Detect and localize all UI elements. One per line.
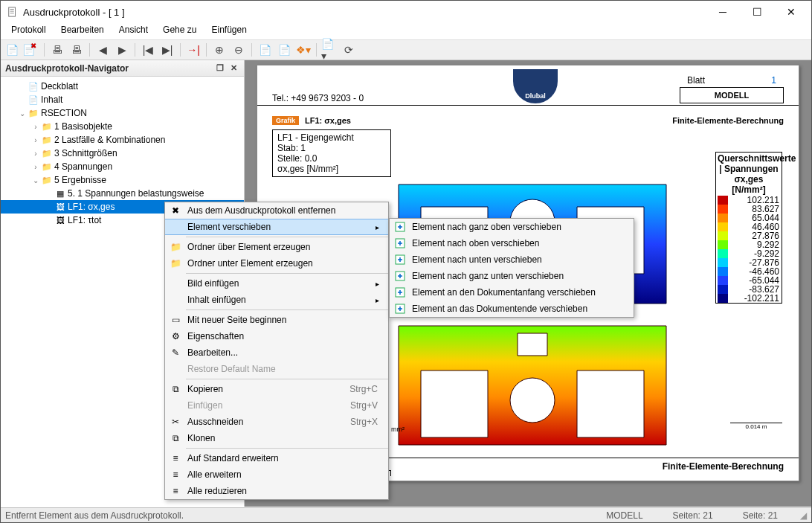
minimize-button[interactable]: ─ <box>706 1 740 23</box>
menu-ansicht[interactable]: Ansicht <box>112 23 155 39</box>
resize-grip-icon[interactable]: ◢ <box>800 510 807 521</box>
menu-item[interactable]: 📁Ordner unter Element erzeugen <box>165 255 388 272</box>
tree-item[interactable]: ›📁2 Lastfälle & Kombinationen <box>1 133 244 147</box>
tree-item-label: LF1: τtot <box>68 215 101 225</box>
tree-item-label: 1 Basisobjekte <box>54 121 112 132</box>
menu-item-label: Ordner unter Element erzeugen <box>186 258 382 269</box>
menu-item-icon: 📁 <box>165 258 186 269</box>
nav-prev-icon[interactable]: ◀ <box>94 42 111 58</box>
maximize-button[interactable]: ☐ <box>740 1 774 23</box>
status-bar: Entfernt Element aus dem Ausdruckprotoko… <box>1 507 811 522</box>
menu-item[interactable]: ✎Bearbeiten... <box>165 344 388 361</box>
tree-item[interactable]: ⌄📁RSECTION <box>1 106 244 120</box>
submenu-item[interactable]: Element nach ganz unten verschieben <box>390 268 634 284</box>
tree-item[interactable]: ▦5. 1 Spannungen belastungsweise <box>1 187 244 200</box>
new-icon[interactable]: 📄 <box>4 42 20 58</box>
tree-item-label: 2 Lastfälle & Kombinationen <box>54 135 165 145</box>
goto-icon[interactable]: →| <box>185 42 202 58</box>
menu-gehezu[interactable]: Gehe zu <box>155 23 204 39</box>
svg-rect-0 <box>9 7 16 16</box>
submenu-item[interactable]: Element nach unten verschieben <box>390 251 634 268</box>
tree-item[interactable]: 📄Inhalt <box>1 93 244 106</box>
menu-item[interactable]: ⧉Klonen <box>165 430 388 446</box>
export-rtf-icon[interactable]: 📄 <box>276 42 292 58</box>
delete-icon[interactable]: 📄✖ <box>23 42 39 58</box>
menu-item-icon: ✂ <box>165 417 186 427</box>
submenu-item[interactable]: Element nach ganz oben verschieben <box>390 219 634 235</box>
panel-restore-icon[interactable]: ❐ <box>214 62 226 74</box>
tree-item[interactable]: 📄Deckblatt <box>1 80 244 93</box>
menu-bearbeiten[interactable]: Bearbeiten <box>54 23 112 39</box>
menu-item[interactable]: Bild einfügen▸ <box>165 275 388 292</box>
nav-last-icon[interactable]: ▶| <box>159 42 175 58</box>
context-menu[interactable]: ✖Aus dem Ausdruckprotokoll entfernenElem… <box>164 202 389 500</box>
tree-item-label: 3 Schnittgrößen <box>54 148 117 158</box>
lf-label: LF1: σx,ges <box>305 116 351 125</box>
menubar: Protokoll Bearbeiten Ansicht Gehe zu Ein… <box>1 23 811 39</box>
scale-bar: 0.014 m <box>730 423 782 430</box>
menu-item[interactable]: Element verschieben▸ <box>165 219 388 235</box>
nav-next-icon[interactable]: ▶ <box>114 42 130 58</box>
menu-item[interactable]: ✂AusschneidenStrg+X <box>165 414 388 430</box>
menu-item-label: Ordner über Element erzeugen <box>186 242 382 252</box>
menu-protokoll[interactable]: Protokoll <box>4 23 54 39</box>
export-pdf-icon[interactable]: 📄 <box>257 42 273 58</box>
print-setup-icon[interactable]: 🖶 <box>68 42 85 58</box>
print-icon[interactable]: 🖶 <box>49 42 65 58</box>
move-icon <box>390 304 410 314</box>
zoom-in-icon[interactable]: ⊕ <box>211 42 228 58</box>
grafik-tag: Grafik <box>272 116 299 125</box>
context-submenu[interactable]: Element nach ganz oben verschiebenElemen… <box>389 218 634 318</box>
navigator-title: Ausdruckprotokoll-Navigator <box>5 63 129 74</box>
tree-item[interactable]: ›📁1 Basisobjekte <box>1 120 244 133</box>
menu-item[interactable]: ⧉KopierenStrg+C <box>165 381 388 397</box>
refresh-icon[interactable]: ⟳ <box>341 42 357 58</box>
nav-first-icon[interactable]: |◀ <box>140 42 156 58</box>
menu-item[interactable]: 📁Ordner über Element erzeugen <box>165 239 388 255</box>
menu-item-label: Auf Standard erweitern <box>186 453 382 463</box>
menu-item-icon: ≡ <box>165 486 186 496</box>
submenu-item[interactable]: Element nach oben verschieben <box>390 235 634 251</box>
status-modell: MODELL <box>606 510 642 521</box>
move-icon <box>390 238 410 248</box>
move-icon <box>390 254 410 265</box>
menu-item[interactable]: Inhalt einfügen▸ <box>165 292 388 308</box>
sigma-unit: mm² <box>391 426 405 433</box>
menu-item-icon: ✎ <box>165 347 186 358</box>
menu-item[interactable]: ≡Alle reduzieren <box>165 483 388 499</box>
menu-item-label: Mit neuer Seite beginnen <box>186 315 382 325</box>
menu-item[interactable]: ▭Mit neuer Seite beginnen <box>165 312 388 328</box>
zoom-out-icon[interactable]: ⊖ <box>231 42 247 58</box>
move-icon <box>390 222 410 232</box>
tree-item[interactable]: ⌄📁5 Ergebnisse <box>1 173 244 187</box>
submenu-item[interactable]: Element an den Dokumentanfang verschiebe… <box>390 284 634 301</box>
menu-item[interactable]: ✖Aus dem Ausdruckprotokoll entfernen <box>165 202 388 219</box>
color-legend: Querschnittswerte | Spannungen σx,ges [N… <box>715 152 782 304</box>
info-line: LF1 - Eigengewicht <box>277 132 386 143</box>
submenu-item-label: Element an den Dokumentanfang verschiebe… <box>410 287 628 298</box>
menu-item-label: Alle reduzieren <box>186 486 382 496</box>
menu-item[interactable]: ≡Auf Standard erweitern <box>165 450 388 466</box>
menu-item-label: Einfügen <box>186 400 346 411</box>
menu-item-label: Inhalt einfügen <box>186 295 372 305</box>
menu-einfuegen[interactable]: Einfügen <box>204 23 254 39</box>
tree-item-label: Inhalt <box>41 94 62 105</box>
close-button[interactable]: ✕ <box>774 1 808 23</box>
section-title-row: Grafik LF1: σx,ges Finite-Elemente-Berec… <box>257 106 799 128</box>
menu-item[interactable]: ≡Alle erweitern <box>165 466 388 483</box>
tree-item[interactable]: ›📁4 Spannungen <box>1 160 244 173</box>
submenu-item[interactable]: Element an das Dokumentende verschieben <box>390 301 634 317</box>
menu-item-icon: ≡ <box>165 469 186 480</box>
menu-item-icon: 📁 <box>165 242 186 252</box>
tree-item[interactable]: ›📁3 Schnittgrößen <box>1 147 244 160</box>
menu-item-icon: ⧉ <box>165 384 186 394</box>
menu-item-label: Element verschieben <box>186 222 372 232</box>
menu-item[interactable]: ⚙Eigenschaften <box>165 328 388 344</box>
window-title: Ausdruckprotokoll - [ 1 ] <box>23 7 706 18</box>
sheet-icon[interactable]: 📄▾ <box>321 42 338 58</box>
menu-item-label: Bearbeiten... <box>186 347 382 358</box>
lang-icon[interactable]: ❖▾ <box>295 42 312 58</box>
panel-close-icon[interactable]: ✕ <box>228 62 239 74</box>
submenu-item-label: Element nach oben verschieben <box>410 238 628 248</box>
info-line: Stab: 1 <box>277 143 386 153</box>
